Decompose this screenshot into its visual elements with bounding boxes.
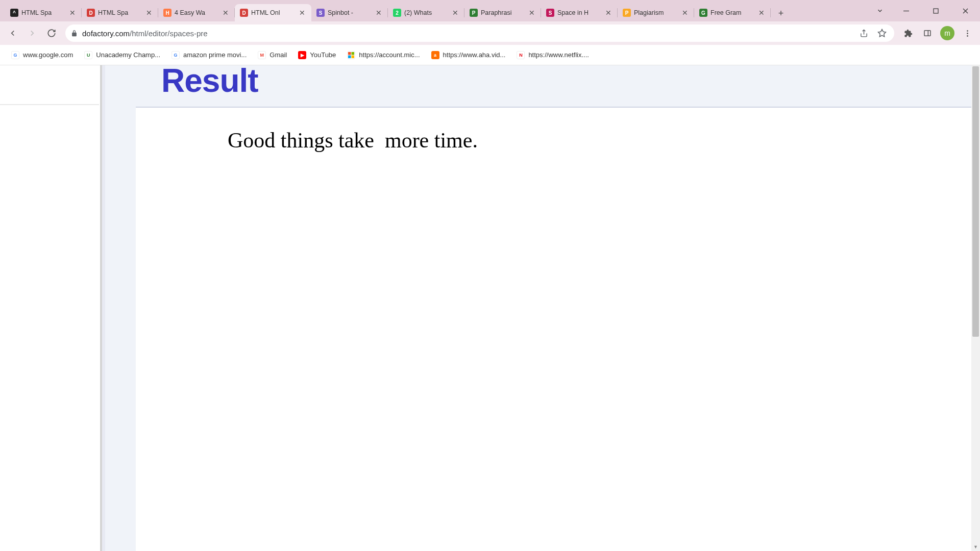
svg-rect-11: [348, 52, 351, 55]
bookmark-unacademy[interactable]: U Unacademy Champ...: [80, 48, 164, 62]
address-bar[interactable]: dofactory.com/html/editor/spaces-pre: [65, 24, 894, 42]
tab-title: Free Gram: [710, 9, 754, 16]
bookmark-label: Unacademy Champ...: [96, 51, 160, 59]
bookmark-star-icon[interactable]: [875, 26, 889, 40]
close-icon[interactable]: ✕: [222, 9, 230, 17]
forward-button[interactable]: [23, 24, 41, 42]
tab-8[interactable]: P Plagiarism ✕: [618, 4, 694, 21]
editor-pane-collapsed: [0, 65, 102, 551]
scrollbar-thumb[interactable]: [972, 66, 979, 337]
tab-9[interactable]: G Free Gram ✕: [694, 4, 771, 21]
bookmark-label: https://www.aha.vid...: [443, 51, 506, 59]
tab-3-active[interactable]: D HTML Onl ✕: [235, 4, 311, 21]
splitter[interactable]: [102, 65, 105, 551]
profile-avatar[interactable]: m: [940, 26, 954, 40]
tab-favicon: D: [87, 9, 95, 17]
tab-favicon: S: [316, 9, 325, 17]
tab-7[interactable]: S Space in H ✕: [541, 4, 618, 21]
tab-5[interactable]: 2 (2) Whats ✕: [388, 4, 464, 21]
back-button[interactable]: [4, 24, 21, 42]
tab-title: (2) Whats: [404, 9, 448, 16]
unacademy-icon: U: [84, 51, 92, 59]
bookmarks-bar: G www.google.com U Unacademy Champ... G …: [0, 45, 980, 65]
bookmark-label: Gmail: [270, 51, 287, 59]
aha-icon: a: [431, 51, 439, 59]
tab-title: HTML Onl: [251, 9, 295, 16]
svg-point-10: [967, 35, 968, 37]
svg-rect-6: [924, 31, 930, 36]
close-icon[interactable]: ✕: [145, 9, 153, 17]
bookmark-aha[interactable]: a https://www.aha.vid...: [427, 48, 510, 62]
close-icon[interactable]: ✕: [528, 9, 536, 17]
tab-title: 4 Easy Wa: [175, 9, 218, 16]
bookmark-gmail[interactable]: M Gmail: [254, 48, 291, 62]
tab-title: HTML Spa: [21, 9, 65, 16]
tab-6[interactable]: P Paraphrasi ✕: [464, 4, 541, 21]
svg-marker-5: [878, 30, 886, 37]
extensions-button[interactable]: [899, 24, 917, 42]
bookmark-label: https://www.netflix....: [528, 51, 589, 59]
bookmark-microsoft-account[interactable]: https://account.mic...: [343, 48, 424, 62]
close-icon[interactable]: ✕: [375, 9, 383, 17]
tab-0[interactable]: ^ HTML Spa ✕: [5, 4, 82, 21]
svg-rect-14: [352, 55, 355, 58]
maximize-button[interactable]: [921, 0, 950, 21]
svg-rect-13: [348, 55, 351, 58]
svg-point-9: [967, 33, 968, 34]
tab-title: Paraphrasi: [481, 9, 525, 16]
tab-favicon: H: [163, 9, 172, 17]
close-icon[interactable]: ✕: [604, 9, 612, 17]
close-icon[interactable]: ✕: [681, 9, 689, 17]
tab-favicon: P: [470, 9, 478, 17]
close-icon[interactable]: ✕: [298, 9, 306, 17]
netflix-icon: N: [517, 51, 525, 59]
menu-button[interactable]: [959, 24, 976, 42]
tab-favicon: S: [546, 9, 554, 17]
close-icon[interactable]: ✕: [68, 9, 77, 17]
tab-favicon: D: [240, 9, 248, 17]
google-icon: G: [172, 51, 180, 59]
bookmark-netflix[interactable]: N https://www.netflix....: [512, 48, 593, 62]
lock-icon[interactable]: [70, 30, 78, 37]
svg-point-8: [967, 30, 968, 32]
page-content: Result Good things take more time.: [0, 65, 980, 551]
tab-favicon: P: [623, 9, 631, 17]
svg-rect-12: [352, 52, 355, 55]
tab-title: HTML Spa: [98, 9, 142, 16]
bookmark-label: www.google.com: [23, 51, 73, 59]
side-panel-button[interactable]: [919, 24, 936, 42]
result-panel: Result Good things take more time.: [136, 65, 980, 551]
tab-title: Plagiarism: [634, 9, 678, 16]
tab-title: Space in H: [557, 9, 601, 16]
tab-title: Spinbot -: [328, 9, 372, 16]
new-tab-button[interactable]: +: [774, 6, 788, 20]
bookmark-youtube[interactable]: ▶ YouTube: [294, 48, 340, 62]
result-heading: Result: [161, 65, 980, 96]
tab-search-button[interactable]: [869, 0, 891, 21]
microsoft-icon: [347, 51, 355, 59]
browser-toolbar: dofactory.com/html/editor/spaces-pre m: [0, 21, 980, 45]
bookmark-google[interactable]: G www.google.com: [7, 48, 77, 62]
tab-4[interactable]: S Spinbot - ✕: [311, 4, 388, 21]
youtube-icon: ▶: [298, 51, 306, 59]
gmail-icon: M: [258, 51, 266, 59]
tab-favicon: G: [699, 9, 707, 17]
tab-1[interactable]: D HTML Spa ✕: [82, 4, 158, 21]
share-icon[interactable]: [856, 26, 871, 40]
vertical-scrollbar[interactable]: ▲ ▼: [971, 65, 980, 551]
bookmark-amazon-prime[interactable]: G amazon prime movi...: [167, 48, 251, 62]
url-text: dofactory.com/html/editor/spaces-pre: [82, 29, 852, 38]
close-window-button[interactable]: [950, 0, 980, 21]
tab-2[interactable]: H 4 Easy Wa ✕: [158, 4, 235, 21]
scroll-down-icon[interactable]: ▼: [971, 542, 980, 551]
svg-rect-1: [934, 9, 938, 13]
close-icon[interactable]: ✕: [757, 9, 766, 17]
reload-button[interactable]: [43, 24, 60, 42]
tab-strip: ^ HTML Spa ✕ D HTML Spa ✕ H 4 Easy Wa ✕ …: [0, 0, 980, 21]
result-text: Good things take more time.: [228, 128, 980, 153]
close-icon[interactable]: ✕: [451, 9, 459, 17]
tab-favicon: 2: [393, 9, 401, 17]
window-controls: [869, 0, 980, 21]
bookmark-label: amazon prime movi...: [183, 51, 247, 59]
minimize-button[interactable]: [891, 0, 921, 21]
